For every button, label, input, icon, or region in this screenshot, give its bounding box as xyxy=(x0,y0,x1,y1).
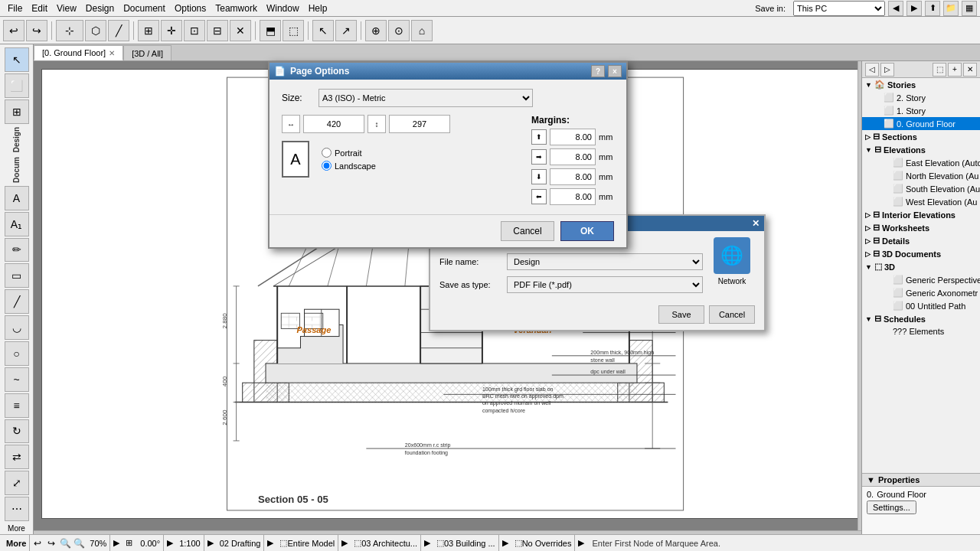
angle-status[interactable]: 0.00° xyxy=(137,535,164,551)
undo-status-btn[interactable]: ↩ xyxy=(31,537,44,549)
model-status[interactable]: ⬚ Entire Model xyxy=(276,535,338,551)
menu-file[interactable]: File xyxy=(3,2,27,15)
spline-tool[interactable]: ~ xyxy=(5,367,29,392)
nav-up-btn[interactable]: ⬆ xyxy=(925,1,940,16)
resize-handle-bottom[interactable] xyxy=(34,530,861,534)
panel-btn-add[interactable]: + xyxy=(948,63,962,77)
scale-arrow[interactable]: ▶ xyxy=(206,538,215,548)
menu-view[interactable]: View xyxy=(52,2,81,15)
architecture-status[interactable]: ⬚ 03 Architectu... xyxy=(351,535,421,551)
tree-stories-group[interactable]: ▼ 🏠 Stories xyxy=(862,78,980,91)
zoom-arrow[interactable]: ▶ xyxy=(112,538,121,548)
snap4-btn[interactable]: ⊟ xyxy=(207,20,228,41)
model-arrow[interactable]: ▶ xyxy=(340,538,349,548)
close-btn[interactable]: × xyxy=(608,65,622,77)
tree-story-1[interactable]: ⬜ 1. Story xyxy=(862,104,980,117)
scale-tool[interactable]: ⤢ xyxy=(5,471,29,495)
building-arrow[interactable]: ▶ xyxy=(501,538,510,548)
tab-ground-floor[interactable]: [0. Ground Floor] ✕ xyxy=(34,45,123,60)
margin-top-input[interactable]: 8.00 xyxy=(550,129,596,145)
panel-btn-1[interactable]: ◁ xyxy=(865,63,879,77)
scale-status[interactable]: 1:100 xyxy=(176,535,204,551)
mirror-tool[interactable]: ⇄ xyxy=(5,445,29,469)
overrides-arrow[interactable]: ▶ xyxy=(577,538,586,548)
landscape-option[interactable]: Landscape xyxy=(322,161,376,171)
panel-btn-3d[interactable]: ⬚ xyxy=(933,63,946,77)
building-status[interactable]: ⬚ 03 Building ... xyxy=(433,535,499,551)
menu-edit[interactable]: Edit xyxy=(27,2,52,15)
zoomin-status-btn[interactable]: 🔍 xyxy=(59,537,71,549)
arrow-btn[interactable]: ↖ xyxy=(312,20,334,41)
extra-btn1[interactable]: ⊕ xyxy=(365,20,387,41)
extra-btn3[interactable]: ⌂ xyxy=(411,20,433,41)
stretch-tool[interactable]: ⊞ xyxy=(5,99,29,124)
menu-teamwork[interactable]: Teamwork xyxy=(211,2,262,15)
rotate-tool[interactable]: ↻ xyxy=(5,419,29,444)
width-input[interactable]: 420 xyxy=(303,115,364,133)
menu-help[interactable]: Help xyxy=(304,2,332,15)
architecture-arrow[interactable]: ▶ xyxy=(423,538,432,548)
tree-north-elev[interactable]: ⬜ North Elevation (Au xyxy=(862,169,980,182)
help-btn[interactable]: ? xyxy=(591,65,605,77)
nav-back-btn[interactable]: ◀ xyxy=(888,1,903,16)
margin-bottom-input[interactable]: 8.00 xyxy=(550,168,596,185)
margin-right-input[interactable]: 8.00 xyxy=(550,148,596,165)
snap-btn[interactable]: ⊞ xyxy=(138,20,159,41)
tab-3d[interactable]: [3D / All] xyxy=(123,45,172,60)
select-tool-btn[interactable]: ⊹ xyxy=(56,20,83,41)
menu-design[interactable]: Design xyxy=(81,2,119,15)
save-btn[interactable]: Save xyxy=(658,305,704,324)
pen-tool[interactable]: ✏ xyxy=(5,238,29,262)
nav-folder-btn[interactable]: 📁 xyxy=(943,1,959,16)
menu-options[interactable]: Options xyxy=(170,2,211,15)
marquee-tool-btn[interactable]: ⬡ xyxy=(85,20,106,41)
save-type-select[interactable]: PDF File (*.pdf) xyxy=(507,276,703,293)
size-select[interactable]: A3 (ISO) - Metric A4 (ISO) - Metric A1 (… xyxy=(318,89,533,107)
tree-schedules-sub[interactable]: ??? Elements xyxy=(862,325,980,337)
menu-document[interactable]: Document xyxy=(119,2,170,15)
height-input[interactable]: 297 xyxy=(389,115,450,133)
page-options-ok-btn[interactable]: OK xyxy=(560,221,614,241)
tree-untitled-path[interactable]: ⬜ 00 Untitled Path xyxy=(862,299,980,312)
nav-grid-btn[interactable]: ▦ xyxy=(962,1,977,16)
resize-handle-right[interactable] xyxy=(858,61,861,534)
panel-close[interactable]: ✕ xyxy=(963,63,977,77)
panel-btn-2[interactable]: ▷ xyxy=(880,63,894,77)
hatch-tool[interactable]: ≡ xyxy=(5,393,29,418)
tree-3d-group[interactable]: ▼ ⬚ 3D xyxy=(862,260,980,273)
tree-3ddocs-group[interactable]: ▷ ⊟ 3D Documents xyxy=(862,247,980,260)
marquee-tool[interactable]: ⬜ xyxy=(5,73,29,98)
menu-window[interactable]: Window xyxy=(262,2,304,15)
margin-left-input[interactable]: 8.00 xyxy=(550,188,596,205)
portrait-radio[interactable] xyxy=(322,148,332,158)
nav-forward-btn[interactable]: ▶ xyxy=(906,1,922,16)
fill-tool[interactable]: ▭ xyxy=(5,263,29,288)
circle-tool[interactable]: ○ xyxy=(5,341,29,366)
view-btn[interactable]: ⬒ xyxy=(260,20,281,41)
tree-details-group[interactable]: ▷ ⊟ Details xyxy=(862,234,980,247)
tree-south-elev[interactable]: ⬜ South Elevation (Au xyxy=(862,182,980,195)
zoom-level[interactable]: 70% xyxy=(87,535,110,551)
save-cancel-btn[interactable]: Cancel xyxy=(709,305,755,324)
angle-arrow[interactable]: ▶ xyxy=(165,538,175,548)
3d-btn[interactable]: ⬚ xyxy=(283,20,304,41)
dim-tool[interactable]: A₁ xyxy=(5,212,29,236)
snap-status[interactable]: ⊞ xyxy=(122,538,136,548)
tree-schedules-group[interactable]: ▼ ⊟ Schedules xyxy=(862,312,980,325)
tree-generic-axo[interactable]: ⬜ Generic Axonometr xyxy=(862,286,980,299)
more-btn[interactable]: ⋯ xyxy=(5,497,29,521)
snap5-btn[interactable]: ✕ xyxy=(230,20,251,41)
drafting-arrow[interactable]: ▶ xyxy=(266,538,275,548)
tree-ground-floor[interactable]: ⬜ 0. Ground Floor xyxy=(862,117,980,130)
zoomout-status-btn[interactable]: 🔍 xyxy=(73,537,85,549)
arrow2-btn[interactable]: ↗ xyxy=(335,20,357,41)
landscape-radio[interactable] xyxy=(322,161,332,171)
tab-close-ground[interactable]: ✕ xyxy=(109,49,115,57)
status-more[interactable]: More xyxy=(3,535,30,551)
redo-btn[interactable]: ↪ xyxy=(26,20,47,41)
file-name-input[interactable]: Design xyxy=(507,253,703,270)
tree-story-2[interactable]: ⬜ 2. Story xyxy=(862,91,980,104)
arrow-tool[interactable]: ↖ xyxy=(5,47,29,72)
settings-btn[interactable]: Settings... xyxy=(867,500,916,514)
tree-sections-group[interactable]: ▷ ⊟ Sections xyxy=(862,130,980,143)
